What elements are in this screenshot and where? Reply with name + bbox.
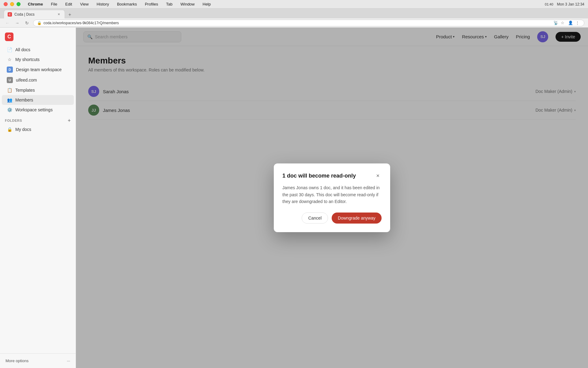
bookmark-icon[interactable]: ☆ [561,21,566,25]
modal-title: 1 doc will become read-only [282,173,356,179]
more-options-button[interactable]: More options ··· [2,356,73,366]
sidebar-logo: C [0,30,76,44]
tab-close-button[interactable]: ✕ [57,12,61,17]
menu-file[interactable]: File [50,1,58,7]
workspace-settings-icon: ⚙️ [7,107,12,113]
title-bar: Chrome File Edit View History Bookmarks … [0,0,588,9]
title-bar-right: 01:40 Mon 3 Jan 12:34 [545,2,584,6]
address-bar[interactable]: 🔒 coda.io/workspaces/ws-9k084c17rQ/membe… [33,20,584,26]
more-options-dots: ··· [67,358,70,363]
modal-body: James Jonas owns 1 doc, and it has been … [282,184,382,205]
browser-chrome: C Coda | Docs ✕ + ← → ↻ 🔒 coda.io/worksp… [0,9,588,28]
uifeed-label: uifeed.com [16,78,37,82]
sidebar-item-templates[interactable]: 📋 Templates [2,85,74,95]
close-window-button[interactable] [4,2,8,6]
my-docs-label: My docs [15,127,31,132]
tab-favicon: C [8,12,12,17]
reload-button[interactable]: ↻ [23,19,31,27]
sidebar-item-all-docs[interactable]: 📄 All docs [2,45,74,55]
menu-chrome[interactable]: Chrome [27,1,44,7]
new-tab-button[interactable]: + [66,11,74,18]
sidebar-item-my-docs[interactable]: 🔒 My docs [2,125,74,134]
menu-view[interactable]: View [79,1,90,7]
menu-tab[interactable]: Tab [165,1,174,7]
sidebar-bottom: More options ··· [0,353,76,368]
tab-title: Coda | Docs [14,12,35,17]
cast-icon[interactable]: 📡 [553,21,558,25]
add-folder-button[interactable]: + [68,118,71,123]
members-label: Members [15,98,33,102]
content-area: 🔍 Search members Product ▾ Resources ▾ G… [76,28,588,368]
all-docs-icon: 📄 [7,47,12,52]
menu-history[interactable]: History [95,1,110,7]
menu-edit[interactable]: Edit [64,1,73,7]
downgrade-anyway-button[interactable]: Downgrade anyway [332,213,382,224]
more-options-label: More options [6,358,28,363]
workspace-settings-label: Workspace settings [15,107,53,112]
workspace-avatar: D [7,67,13,73]
url-text: coda.io/workspaces/ws-9k084c17rQ/members [43,21,119,25]
tab-bar: C Coda | Docs ✕ + [0,9,588,18]
shortcuts-icon: ☆ [7,57,12,62]
uifeed-avatar: U [7,77,13,83]
modal-footer: Cancel Downgrade anyway [282,213,382,224]
account-icon[interactable]: 👤 [568,21,573,25]
templates-icon: 📋 [7,87,12,93]
sidebar: C 📄 All docs ☆ My shortcuts D Design tea… [0,28,76,368]
coda-logo-icon[interactable]: C [5,33,13,41]
modal-overlay[interactable]: 1 doc will become read-only ✕ James Jona… [76,28,588,368]
shortcuts-label: My shortcuts [15,57,40,62]
traffic-lights [4,2,21,6]
active-tab[interactable]: C Coda | Docs ✕ [4,10,65,18]
menu-window[interactable]: Window [179,1,196,7]
sidebar-item-shortcuts[interactable]: ☆ My shortcuts [2,55,74,64]
sidebar-item-workspace[interactable]: D Design team workspace [2,64,74,75]
sidebar-item-workspace-settings[interactable]: ⚙️ Workspace settings [2,105,74,115]
main-layout: C 📄 All docs ☆ My shortcuts D Design tea… [0,28,588,368]
modal-close-button[interactable]: ✕ [374,172,382,179]
address-bar-row: ← → ↻ 🔒 coda.io/workspaces/ws-9k084c17rQ… [0,18,588,28]
templates-label: Templates [15,88,35,93]
battery-display: 01:40 [545,2,553,6]
confirmation-modal: 1 doc will become read-only ✕ James Jona… [274,163,390,232]
menu-help[interactable]: Help [202,1,212,7]
menu-bar: Chrome File Edit View History Bookmarks … [27,1,212,7]
menu-bookmarks[interactable]: Bookmarks [116,1,138,7]
sidebar-item-members[interactable]: 👥 Members [2,95,74,105]
all-docs-label: All docs [15,47,30,52]
folders-label: FOLDERS [5,119,22,122]
cancel-button[interactable]: Cancel [302,213,328,224]
sidebar-item-uifeed[interactable]: U uifeed.com [2,75,74,85]
more-icon[interactable]: ⋮ [575,21,580,25]
forward-button[interactable]: → [13,19,21,27]
menu-profiles[interactable]: Profiles [144,1,159,7]
minimize-window-button[interactable] [10,2,14,6]
workspace-label: Design team workspace [16,67,62,72]
my-docs-icon: 🔒 [7,127,12,132]
members-icon: 👥 [7,97,12,103]
folders-section: FOLDERS + [0,115,76,125]
clock-display: Mon 3 Jan 12:34 [557,2,584,6]
maximize-window-button[interactable] [17,2,21,6]
back-button[interactable]: ← [4,19,11,27]
modal-header: 1 doc will become read-only ✕ [282,172,382,179]
